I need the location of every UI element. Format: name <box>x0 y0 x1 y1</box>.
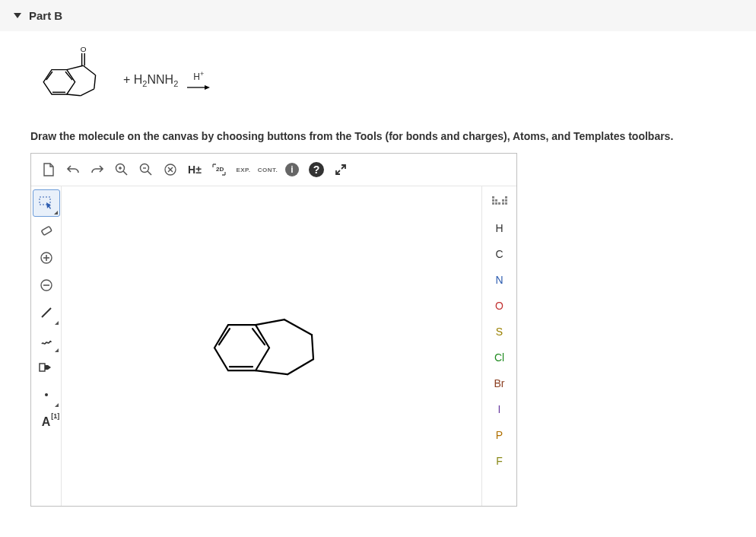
svg-marker-35 <box>214 325 269 370</box>
isotope-button[interactable]: A[1] <box>33 408 60 436</box>
atom-cl-button[interactable]: Cl <box>485 345 514 370</box>
svg-text:2D: 2D <box>216 166 224 173</box>
redo-icon <box>91 164 104 176</box>
minus-circle-icon <box>40 278 53 292</box>
svg-line-40 <box>284 319 312 335</box>
svg-rect-33 <box>40 364 45 371</box>
fullscreen-button[interactable] <box>329 158 352 181</box>
svg-rect-48 <box>502 199 504 202</box>
help-icon: ? <box>309 162 324 177</box>
chain-button[interactable] <box>33 354 60 381</box>
svg-line-4 <box>67 65 84 69</box>
marquee-select-button[interactable] <box>33 189 60 217</box>
wavy-bond-icon <box>40 333 53 347</box>
svg-rect-47 <box>495 199 497 202</box>
top-toolbar: H± 2D EXP. CONT. i ? <box>31 154 516 186</box>
editor-body: A[1] <box>31 186 516 506</box>
svg-rect-52 <box>498 202 500 205</box>
h-plus-minus-label: H± <box>188 164 202 176</box>
svg-text:O: O <box>81 46 87 53</box>
plus-circle-icon <box>40 251 53 265</box>
instructions-text: Draw the molecule on the canvas by choos… <box>30 130 726 142</box>
marquee-icon <box>39 196 54 210</box>
part-title: Part B <box>29 9 62 22</box>
atom-br-button[interactable]: Br <box>485 370 514 396</box>
zoom-out-icon <box>139 163 153 176</box>
single-bond-icon <box>40 306 53 319</box>
tools-toolbar: A[1] <box>31 186 62 506</box>
zoom-in-icon <box>115 163 129 176</box>
periodic-table-button[interactable] <box>485 189 514 215</box>
contract-button[interactable]: CONT. <box>256 158 279 181</box>
atom-o-button[interactable]: O <box>485 293 514 319</box>
fullscreen-icon <box>335 164 347 176</box>
arrow-icon <box>187 84 210 91</box>
charge-plus-button[interactable] <box>33 244 60 272</box>
isotope-label: A[1] <box>42 415 51 429</box>
zoom-in-button[interactable] <box>110 158 133 181</box>
content-area: O + H2NNH2 H+ Draw the molecule on the c… <box>0 31 756 522</box>
svg-line-8 <box>67 94 81 96</box>
delete-x-icon <box>164 163 177 176</box>
view-2d-icon: 2D <box>211 162 227 177</box>
canvas-molecule <box>199 306 344 389</box>
atom-p-button[interactable]: P <box>485 422 514 448</box>
svg-line-39 <box>256 319 284 325</box>
reagent-text: + H2NNH2 <box>123 73 178 88</box>
delete-button[interactable] <box>159 158 182 181</box>
undo-icon <box>66 164 80 176</box>
zoom-out-button[interactable] <box>135 158 157 181</box>
periodic-icon <box>491 195 508 209</box>
atoms-toolbar: HCNOSClBrIPF <box>481 186 516 506</box>
atom-s-button[interactable]: S <box>485 319 514 345</box>
hydrogen-toggle-button[interactable]: H± <box>183 158 206 181</box>
drawing-canvas[interactable] <box>62 186 481 506</box>
svg-line-41 <box>312 335 313 359</box>
wavy-bond-button[interactable] <box>33 326 60 354</box>
part-header[interactable]: Part B <box>0 0 756 31</box>
svg-marker-0 <box>43 70 75 94</box>
svg-line-19 <box>148 171 151 175</box>
single-bond-button[interactable] <box>33 299 60 326</box>
svg-rect-25 <box>40 197 50 205</box>
help-button[interactable]: ? <box>305 158 328 181</box>
atom-c-button[interactable]: C <box>485 241 514 267</box>
svg-line-42 <box>287 359 313 374</box>
undo-button[interactable] <box>62 158 84 181</box>
eraser-icon <box>40 224 53 237</box>
info-icon: i <box>285 163 299 176</box>
atom-h-button[interactable]: H <box>485 215 514 241</box>
info-button[interactable]: i <box>281 158 303 181</box>
atom-f-button[interactable]: F <box>485 448 514 474</box>
molecule-editor: H± 2D EXP. CONT. i ? <box>30 153 517 507</box>
exp-label: EXP. <box>236 167 250 173</box>
new-doc-button[interactable] <box>37 158 60 181</box>
svg-line-6 <box>94 75 96 89</box>
arrow-condition: H+ <box>193 70 204 82</box>
svg-rect-54 <box>505 202 507 205</box>
svg-rect-51 <box>495 202 497 205</box>
svg-line-15 <box>123 171 127 175</box>
cont-label: CONT. <box>258 167 278 173</box>
radical-button[interactable] <box>33 381 60 408</box>
svg-rect-53 <box>502 202 504 205</box>
svg-rect-49 <box>505 199 507 202</box>
atom-n-button[interactable]: N <box>485 267 514 293</box>
chain-icon <box>39 361 54 373</box>
svg-rect-26 <box>41 226 52 235</box>
view-2d-button[interactable]: 2D <box>208 158 230 181</box>
svg-line-32 <box>42 308 51 317</box>
atom-i-button[interactable]: I <box>485 396 514 422</box>
charge-minus-button[interactable] <box>33 272 60 299</box>
expand-button[interactable]: EXP. <box>232 158 255 181</box>
svg-marker-13 <box>205 85 210 90</box>
reaction-scheme: O + H2NNH2 H+ <box>30 46 726 115</box>
reaction-arrow: H+ <box>187 70 210 91</box>
eraser-button[interactable] <box>33 217 60 244</box>
redo-button[interactable] <box>86 158 109 181</box>
svg-rect-44 <box>492 196 494 199</box>
dot-icon <box>40 388 53 402</box>
reactant-structure: O <box>30 46 114 115</box>
document-icon <box>43 163 55 176</box>
svg-point-34 <box>45 393 48 396</box>
